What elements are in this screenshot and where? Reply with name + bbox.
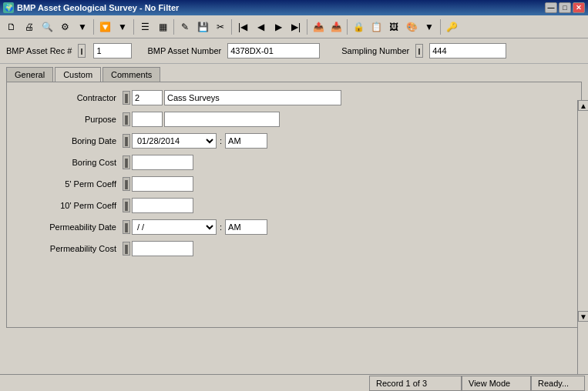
perm-coeff-5-sep: ‖ bbox=[123, 177, 130, 191]
permeability-cost-label: Permeability Cost bbox=[22, 244, 123, 253]
toolbar-search-button[interactable]: 🔍 bbox=[39, 18, 55, 35]
toolbar-view-button[interactable]: ☰ bbox=[136, 18, 153, 35]
window: 🌍 BMP Asset Geological Survey - No Filte… bbox=[0, 0, 588, 391]
permeability-cost-sep: ‖ bbox=[123, 242, 130, 256]
permeability-time-input[interactable] bbox=[225, 219, 267, 235]
contractor-sep: ‖ bbox=[123, 91, 130, 105]
tab-custom[interactable]: Custom bbox=[55, 67, 101, 82]
tab-general[interactable]: General bbox=[6, 67, 53, 82]
ready-status: Ready... bbox=[531, 376, 585, 391]
toolbar-save-button[interactable]: 💾 bbox=[194, 18, 211, 35]
toolbar-sep-7 bbox=[440, 19, 441, 35]
toolbar-image-button[interactable]: 🖼 bbox=[385, 18, 402, 35]
status-bar: Record 1 of 3 View Mode Ready... bbox=[0, 374, 588, 391]
boring-date-select[interactable]: 01/28/2014 bbox=[132, 133, 217, 149]
toolbar-dropdown3-button[interactable]: ▼ bbox=[421, 18, 438, 35]
header-fields: BMP Asset Rec # ‖ BMP Asset Number Sampl… bbox=[0, 38, 588, 64]
toolbar-first-button[interactable]: |◀ bbox=[234, 18, 251, 35]
main-content: Contractor ‖ Purpose ‖ Boring Date ‖ 01/… bbox=[6, 82, 582, 328]
toolbar-prev-button[interactable]: ◀ bbox=[252, 18, 269, 35]
boring-cost-input[interactable] bbox=[132, 155, 193, 170]
toolbar-grid-button[interactable]: ▦ bbox=[154, 18, 171, 35]
toolbar-dropdown-button[interactable]: ▼ bbox=[74, 18, 91, 35]
toolbar-color-button[interactable]: 🎨 bbox=[403, 18, 420, 35]
purpose-id-input[interactable] bbox=[132, 112, 163, 127]
boring-cost-label: Boring Cost bbox=[22, 158, 123, 167]
title-bar: 🌍 BMP Asset Geological Survey - No Filte… bbox=[0, 0, 588, 15]
toolbar-sep-1 bbox=[93, 19, 94, 35]
toolbar-sep-4 bbox=[231, 19, 232, 35]
toolbar-print-button[interactable]: 🖨 bbox=[21, 18, 38, 35]
toolbar-dropdown2-button[interactable]: ▼ bbox=[114, 18, 131, 35]
contractor-id-input[interactable] bbox=[132, 90, 163, 105]
rec-input[interactable] bbox=[93, 43, 132, 58]
contractor-row: Contractor ‖ bbox=[22, 90, 566, 105]
permeability-cost-row: Permeability Cost ‖ bbox=[22, 241, 566, 256]
perm-coeff-5-row: 5' Perm Coeff ‖ bbox=[22, 176, 566, 192]
toolbar-sep-3 bbox=[173, 19, 174, 35]
contractor-label: Contractor bbox=[22, 93, 123, 102]
permeability-cost-input[interactable] bbox=[132, 241, 193, 256]
asset-number-input[interactable] bbox=[227, 43, 320, 58]
mode-status: View Mode bbox=[462, 376, 531, 391]
boring-time-colon: : bbox=[220, 136, 222, 145]
permeability-date-select[interactable]: / / bbox=[132, 219, 217, 235]
toolbar-next-button[interactable]: ▶ bbox=[270, 18, 287, 35]
scrollbar[interactable]: ▲ ▼ bbox=[577, 100, 588, 374]
purpose-row: Purpose ‖ bbox=[22, 112, 566, 127]
maximize-button[interactable]: □ bbox=[559, 2, 571, 13]
toolbar-clipboard-button[interactable]: 📋 bbox=[368, 18, 385, 35]
boring-time-input[interactable] bbox=[225, 133, 267, 149]
perm-coeff-10-label: 10' Perm Coeff bbox=[22, 201, 123, 210]
form-container: Contractor ‖ Purpose ‖ Boring Date ‖ 01/… bbox=[7, 82, 581, 270]
contractor-name-input[interactable] bbox=[164, 90, 341, 105]
perm-coeff-10-row: 10' Perm Coeff ‖ bbox=[22, 198, 566, 213]
close-button[interactable]: ✕ bbox=[573, 2, 585, 13]
toolbar: 🗋 🖨 🔍 ⚙ ▼ 🔽 ▼ ☰ ▦ ✎ 💾 ✂ |◀ ◀ ▶ ▶| 📤 📥 🔒 … bbox=[0, 15, 588, 38]
purpose-sep: ‖ bbox=[123, 112, 130, 126]
toolbar-export-button[interactable]: 📤 bbox=[310, 18, 327, 35]
toolbar-lock-button[interactable]: 🔒 bbox=[350, 18, 367, 35]
sampling-nav-icon: ‖ bbox=[415, 44, 423, 58]
app-icon: 🌍 bbox=[3, 2, 14, 13]
boring-date-label: Boring Date bbox=[22, 136, 123, 145]
scroll-up-button[interactable]: ▲ bbox=[578, 100, 588, 111]
rec-nav-icon: ‖ bbox=[78, 44, 86, 58]
minimize-button[interactable]: — bbox=[545, 2, 557, 13]
boring-cost-row: Boring Cost ‖ bbox=[22, 155, 566, 170]
rec-label: BMP Asset Rec # bbox=[6, 46, 72, 55]
perm-coeff-10-sep: ‖ bbox=[123, 199, 130, 212]
record-status: Record 1 of 3 bbox=[369, 376, 462, 391]
asset-number-label: BMP Asset Number bbox=[147, 46, 221, 55]
perm-coeff-5-input[interactable] bbox=[132, 176, 193, 192]
toolbar-settings-button[interactable]: ⚙ bbox=[56, 18, 73, 35]
toolbar-import-button[interactable]: 📥 bbox=[328, 18, 344, 35]
boring-date-row: Boring Date ‖ 01/28/2014 : bbox=[22, 133, 566, 149]
toolbar-last-button[interactable]: ▶| bbox=[287, 18, 304, 35]
sampling-input[interactable] bbox=[429, 43, 506, 58]
permeability-date-row: Permeability Date ‖ / / : bbox=[22, 219, 566, 235]
window-title: BMP Asset Geological Survey - No Filter bbox=[17, 3, 179, 12]
permeability-date-label: Permeability Date bbox=[22, 222, 123, 232]
perm-coeff-5-label: 5' Perm Coeff bbox=[22, 179, 123, 189]
scroll-down-button[interactable]: ▼ bbox=[578, 311, 588, 322]
purpose-input[interactable] bbox=[164, 112, 280, 127]
purpose-label: Purpose bbox=[22, 115, 123, 124]
tabs-container: General Custom Comments bbox=[0, 64, 588, 82]
sampling-label: Sampling Number bbox=[341, 46, 409, 55]
toolbar-sep-6 bbox=[347, 19, 348, 35]
tab-comments[interactable]: Comments bbox=[102, 67, 160, 82]
toolbar-filter-button[interactable]: 🔽 bbox=[96, 18, 113, 35]
toolbar-sep-2 bbox=[133, 19, 134, 35]
boring-date-sep: ‖ bbox=[123, 134, 130, 148]
toolbar-cut-button[interactable]: ✂ bbox=[212, 18, 229, 35]
boring-cost-sep: ‖ bbox=[123, 155, 130, 169]
toolbar-new-button[interactable]: 🗋 bbox=[3, 18, 20, 35]
perm-coeff-10-input[interactable] bbox=[132, 198, 193, 213]
toolbar-sep-5 bbox=[307, 19, 307, 35]
toolbar-key-button[interactable]: 🔑 bbox=[443, 18, 460, 35]
toolbar-edit-button[interactable]: ✎ bbox=[176, 18, 193, 35]
permeability-date-sep: ‖ bbox=[123, 220, 130, 234]
permeability-time-colon: : bbox=[220, 222, 222, 232]
